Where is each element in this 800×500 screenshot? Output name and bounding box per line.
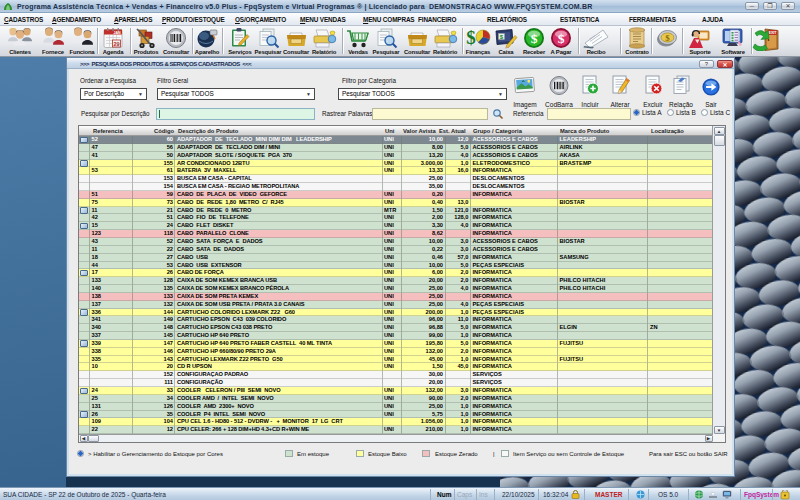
svg-text:$: $: [558, 31, 565, 46]
svg-text:$: $: [466, 27, 476, 48]
svg-text:29: 29: [113, 41, 119, 47]
svg-text:$: $: [531, 31, 538, 46]
svg-text:JAN: JAN: [113, 31, 121, 35]
svg-text:EXIT: EXIT: [769, 31, 778, 35]
svg-text:$: $: [665, 33, 670, 43]
